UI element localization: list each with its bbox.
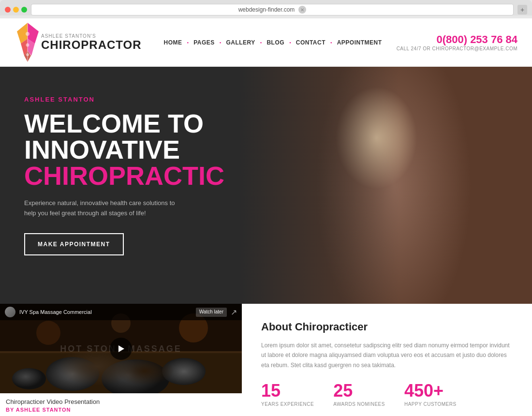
about-title: About Chiropracticer xyxy=(261,321,513,333)
svg-point-6 xyxy=(26,32,30,36)
stat-awards-label: AWARDS NOMINEES xyxy=(333,401,385,407)
svg-point-8 xyxy=(26,53,29,56)
svg-point-29 xyxy=(102,359,169,393)
logo-text: ASHLEE STANTON'S CHIROPRACTOR xyxy=(41,33,142,51)
tab-close[interactable]: ✕ xyxy=(298,6,306,14)
video-actions: Watch later ↗ xyxy=(196,308,237,317)
watch-later-btn[interactable]: Watch later xyxy=(196,308,227,317)
site-header: ASHLEE STANTON'S CHIROPRACTOR HOME ● PAG… xyxy=(0,18,532,67)
stat-years-label: YEARS EXPERIENCE xyxy=(261,401,314,407)
video-section: IVY Spa Massage Commercial Watch later ↗… xyxy=(0,304,242,415)
logo-title: CHIROPRACTOR xyxy=(41,39,142,51)
hero-subtitle: Experience natural, innovative health ca… xyxy=(24,198,179,219)
contact-sub: CALL 24/7 OR CHIROPRACTOR@EXAMPLE.COM xyxy=(397,46,517,51)
stat-years-number: 15 xyxy=(261,382,314,400)
below-hero-section: IVY Spa Massage Commercial Watch later ↗… xyxy=(0,304,532,415)
play-button[interactable] xyxy=(110,338,132,360)
svg-point-33 xyxy=(36,321,60,345)
video-caption: Chiropracticer Video Presentation BY ASH… xyxy=(0,393,242,415)
stat-customers: 450+ HAPPY CUSTOMERS xyxy=(404,382,457,407)
nav-contact[interactable]: CONTACT xyxy=(293,37,328,48)
stat-years: 15 YEARS EXPERIENCE xyxy=(261,382,314,407)
dot-green[interactable] xyxy=(21,7,27,13)
hero-title-pink: CHIROPRACTIC xyxy=(24,163,508,189)
stat-awards: 25 AWARDS NOMINEES xyxy=(333,382,385,407)
new-tab-button[interactable]: + xyxy=(517,5,527,15)
nav-separator-4: ● xyxy=(289,41,291,44)
svg-point-7 xyxy=(26,44,30,47)
video-thumbnail[interactable]: IVY Spa Massage Commercial Watch later ↗… xyxy=(0,304,242,393)
hero-label: ASHLEE STANTON xyxy=(24,96,508,103)
nav-separator-5: ● xyxy=(330,41,332,44)
logo-icon xyxy=(15,22,41,63)
hero-section: ASHLEE STANTON WELCOME TO INNOVATIVE CHI… xyxy=(0,67,532,304)
share-icon[interactable]: ↗ xyxy=(231,308,237,317)
nav-separator-2: ● xyxy=(220,41,222,44)
nav-home[interactable]: HOME xyxy=(161,37,185,48)
nav-appointment[interactable]: APPOINTMENT xyxy=(334,37,385,48)
video-caption-by: BY ASHLEE STANTON xyxy=(6,407,236,413)
stat-customers-label: HAPPY CUSTOMERS xyxy=(404,401,457,407)
about-text: Lorem ipsum dolor sit amet, consetetur s… xyxy=(261,341,513,370)
nav-pages[interactable]: PAGES xyxy=(191,37,218,48)
stats-row: 15 YEARS EXPERIENCE 25 AWARDS NOMINEES 4… xyxy=(261,382,513,407)
svg-point-30 xyxy=(162,358,206,385)
address-bar[interactable]: webdesign-finder.com ✕ xyxy=(31,4,514,15)
website-content: ASHLEE STANTON'S CHIROPRACTOR HOME ● PAG… xyxy=(0,18,532,416)
main-nav: HOME ● PAGES ● GALLERY ● BLOG ● CONTACT … xyxy=(161,37,397,48)
nav-separator-1: ● xyxy=(187,41,189,44)
url-text: webdesign-finder.com xyxy=(238,6,295,13)
svg-point-28 xyxy=(46,357,99,391)
nav-separator-3: ● xyxy=(260,41,262,44)
nav-gallery[interactable]: GALLERY xyxy=(223,37,258,48)
hero-content: ASHLEE STANTON WELCOME TO INNOVATIVE CHI… xyxy=(0,67,532,284)
svg-marker-35 xyxy=(118,345,124,352)
stat-customers-number: 450+ xyxy=(404,382,457,400)
logo-area: ASHLEE STANTON'S CHIROPRACTOR xyxy=(15,22,142,63)
contact-info: 0(800) 253 76 84 CALL 24/7 OR CHIROPRACT… xyxy=(397,33,517,51)
dot-yellow[interactable] xyxy=(13,7,19,13)
stat-awards-number: 25 xyxy=(333,382,385,400)
cta-button[interactable]: MAKE APPOINTMENT xyxy=(24,233,124,255)
browser-chrome: webdesign-finder.com ✕ + xyxy=(0,0,532,15)
phone-number: 0(800) 253 76 84 xyxy=(397,33,517,46)
video-channel-avatar xyxy=(5,307,15,317)
video-channel-name: IVY Spa Massage Commercial xyxy=(19,309,192,315)
video-topbar: IVY Spa Massage Commercial Watch later ↗ xyxy=(0,304,242,320)
about-section: About Chiropracticer Lorem ipsum dolor s… xyxy=(242,304,532,415)
hero-title: WELCOME TO INNOVATIVE CHIROPRACTIC xyxy=(24,110,508,189)
svg-point-31 xyxy=(12,368,46,389)
video-caption-title: Chiropracticer Video Presentation xyxy=(6,398,236,405)
dot-red[interactable] xyxy=(5,7,11,13)
nav-blog[interactable]: BLOG xyxy=(264,37,287,48)
